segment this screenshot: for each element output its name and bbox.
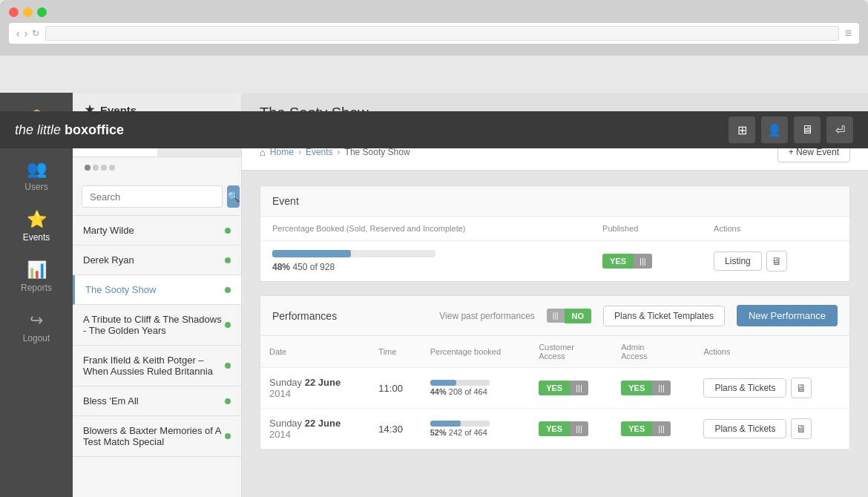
perf-col-actions: Actions <box>694 336 849 368</box>
event-dot-6 <box>225 433 231 439</box>
perf-customer-bars-0[interactable]: ||| <box>570 381 588 395</box>
forward-arrow[interactable]: › <box>24 27 28 39</box>
event-card-header: Event <box>260 186 849 217</box>
refresh-icon[interactable]: ↻ <box>32 28 39 39</box>
event-name-4: Frank Ifield & Keith Potger – When Aussi… <box>83 355 225 377</box>
url-bar[interactable] <box>45 26 838 41</box>
perf-customer-0: YES ||| <box>530 368 612 409</box>
perf-date-num-0: 22 June <box>305 377 341 388</box>
past-no-label[interactable]: NO <box>565 309 592 323</box>
grid-icon-btn[interactable]: ⊞ <box>729 116 755 143</box>
sidebar-item-label-logout: Logout <box>23 333 50 343</box>
main-content: The Sooty Show ⌂ Home › Events › The Soo… <box>242 93 868 497</box>
event-progress-fill <box>272 250 351 257</box>
perf-admin-yes-0[interactable]: YES <box>621 381 652 395</box>
perf-monitor-icon-0[interactable]: 🖥 <box>791 378 812 398</box>
sidebar-item-logout[interactable]: ↪ Logout <box>0 302 73 352</box>
perf-monitor-icon-1[interactable]: 🖥 <box>791 418 812 439</box>
perf-customer-yes-0[interactable]: YES <box>539 381 570 395</box>
dot-3[interactable] <box>101 165 107 171</box>
toggle-bars-icon[interactable]: ||| <box>634 254 652 269</box>
event-progress-label: 48% 450 of 928 <box>272 262 579 272</box>
view-past-label: View past performances <box>439 311 535 321</box>
dot-2[interactable] <box>93 165 99 171</box>
sidebar-item-events[interactable]: ⭐ Events <box>0 201 73 251</box>
dot-1[interactable] <box>85 165 91 171</box>
perf-admin-1: YES ||| <box>612 409 694 450</box>
sidebar-item-label-events: Events <box>23 232 50 243</box>
perf-plans-btn-1[interactable]: Plans & Tickets <box>703 419 786 438</box>
monitor-listing-icon[interactable]: 🖥 <box>766 251 787 271</box>
event-item-4[interactable]: Frank Ifield & Keith Potger – When Aussi… <box>73 346 241 386</box>
logout-icon-btn[interactable]: ⏎ <box>826 116 853 143</box>
top-nav: the little boxoffice ⊞ 👤 🖥 ⏎ <box>0 111 868 148</box>
perf-plans-btn-0[interactable]: Plans & Tickets <box>703 378 786 398</box>
maximize-btn[interactable] <box>37 7 47 17</box>
event-item-3[interactable]: A Tribute to Cliff & The Shadows - The G… <box>73 305 241 346</box>
plans-ticket-templates-button[interactable]: Plans & Ticket Templates <box>603 306 725 326</box>
sidebar-item-reports[interactable]: 📊 Reports <box>0 251 73 302</box>
perf-pct-cell-0: 44% 208 of 464 <box>421 368 530 409</box>
event-row: 48% 450 of 928 YES ||| <box>260 241 849 282</box>
perf-customer-toggle-1: YES ||| <box>539 421 603 436</box>
event-table: Percentage Booked (Sold, Reserved and In… <box>260 217 849 281</box>
event-dot-3 <box>225 322 231 328</box>
perf-actions-0: Plans & Tickets 🖥 <box>694 368 849 409</box>
performances-table: Date Time Percentage booked CustomerAcce… <box>260 336 849 450</box>
perf-admin-bars-1[interactable]: ||| <box>652 421 671 436</box>
back-arrow[interactable]: ‹ <box>16 27 20 39</box>
breadcrumb-home[interactable]: Home <box>270 147 294 157</box>
perf-time-0: 11:00 <box>369 368 421 409</box>
perf-action-btns-0: Plans & Tickets 🖥 <box>703 378 841 398</box>
event-dot-0 <box>225 228 231 234</box>
event-name-0: Marty Wilde <box>83 225 134 236</box>
event-dot-2 <box>225 287 231 293</box>
perf-customer-yes-1[interactable]: YES <box>539 421 570 436</box>
perf-col-pct-booked: Percentage booked <box>421 336 530 368</box>
browser-menu-icon[interactable]: ≡ <box>845 27 852 40</box>
event-progress-bar <box>272 250 435 257</box>
perf-row-1: Sunday 22 June 2014 14:30 52% 242 of 464… <box>260 409 849 450</box>
past-bars-icon[interactable]: ||| <box>547 309 565 323</box>
perf-customer-bars-1[interactable]: ||| <box>570 421 588 436</box>
perf-admin-yes-1[interactable]: YES <box>621 421 652 436</box>
perf-col-admin-access: AdminAccess <box>612 336 694 368</box>
past-toggle: ||| NO <box>547 309 591 323</box>
toggle-yes-label[interactable]: YES <box>602 254 634 269</box>
monitor-icon-btn[interactable]: 🖥 <box>794 116 821 143</box>
perf-customer-toggle-0: YES ||| <box>539 381 603 395</box>
perf-day-1: Sunday <box>269 418 305 429</box>
event-item-5[interactable]: Bless 'Em All <box>73 386 241 416</box>
events-icon: ⭐ <box>27 210 47 229</box>
perf-admin-bars-0[interactable]: ||| <box>652 381 671 395</box>
perf-row-0: Sunday 22 June 2014 11:00 44% 208 of 464… <box>260 368 849 409</box>
sidebar-item-label-reports: Reports <box>21 283 52 293</box>
browser-chrome: ‹ › ↻ ≡ <box>0 0 868 56</box>
perf-progress-fill-1 <box>430 421 461 427</box>
reports-icon: 📊 <box>27 260 47 280</box>
sidebar-item-users[interactable]: 👥 Users <box>0 151 73 201</box>
breadcrumb-sep-2: › <box>338 147 341 157</box>
search-button[interactable]: 🔍 <box>227 185 240 208</box>
dot-4[interactable] <box>109 165 115 171</box>
close-btn[interactable] <box>9 7 19 17</box>
event-item-2[interactable]: The Sooty Show <box>73 275 241 305</box>
col-percentage-header: Percentage Booked (Sold, Reserved and In… <box>260 217 591 241</box>
user-icon-btn[interactable]: 👤 <box>761 116 788 143</box>
event-item-0[interactable]: Marty Wilde <box>73 216 241 246</box>
minimize-btn[interactable] <box>23 7 33 17</box>
event-action-btns: Listing 🖥 <box>714 251 838 271</box>
event-item-6[interactable]: Blowers & Baxter Memories of A Test Matc… <box>73 416 241 457</box>
listing-button[interactable]: Listing <box>714 251 762 271</box>
perf-admin-toggle-0: YES ||| <box>621 381 685 395</box>
event-dot-5 <box>225 398 231 404</box>
breadcrumb-events[interactable]: Events <box>306 147 333 157</box>
event-item-1[interactable]: Derek Ryan <box>73 246 241 275</box>
event-list: Marty Wilde Derek Ryan The Sooty Show A … <box>73 216 241 497</box>
search-input[interactable] <box>82 185 223 208</box>
top-nav-actions: ⊞ 👤 🖥 ⏎ <box>729 116 853 143</box>
performances-header: Performances View past performances ||| … <box>260 296 849 336</box>
perf-pct-label-0: 44% 208 of 464 <box>430 387 521 396</box>
event-pct-value: 48% <box>272 262 290 272</box>
new-performance-button[interactable]: New Performance <box>737 305 838 326</box>
